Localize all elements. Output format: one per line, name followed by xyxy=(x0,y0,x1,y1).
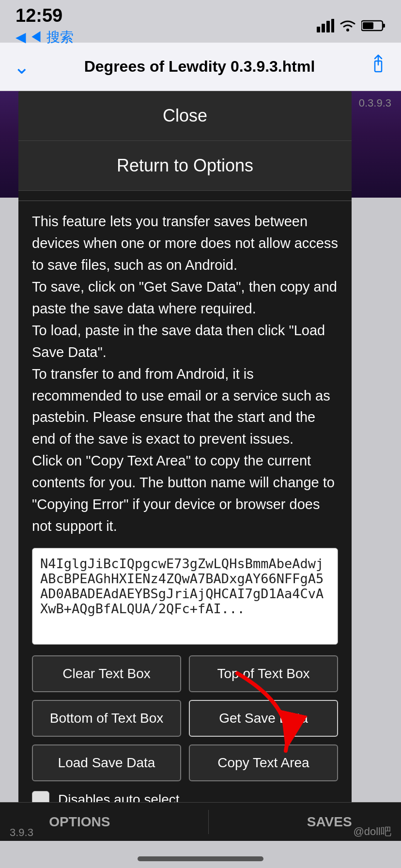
top-of-text-box-button[interactable]: Top of Text Box xyxy=(189,655,338,692)
save-data-textarea[interactable]: N4IglgJiBcIQpgcwE73gZwLQHsBmmAbeAdwjABcB… xyxy=(32,548,338,645)
svg-rect-3 xyxy=(331,19,334,32)
return-to-options-button[interactable]: Return to Options xyxy=(18,141,352,191)
svg-rect-1 xyxy=(322,24,325,32)
site-watermark: @doll吧 xyxy=(353,824,391,839)
svg-rect-6 xyxy=(383,24,385,28)
signal-icon xyxy=(317,19,334,32)
svg-rect-7 xyxy=(363,22,373,29)
svg-rect-0 xyxy=(317,27,320,32)
load-save-data-button[interactable]: Load Save Data xyxy=(32,744,181,781)
status-bar: 12:59 ◀ ◀ 搜索 xyxy=(0,0,401,43)
browser-back-button[interactable]: ⌄ xyxy=(14,56,30,78)
battery-icon xyxy=(361,19,386,32)
modal-divider xyxy=(18,201,352,201)
share-button[interactable] xyxy=(369,54,387,79)
bottom-of-text-box-button[interactable]: Bottom of Text Box xyxy=(32,700,181,737)
tab-options[interactable]: OPTIONS xyxy=(49,814,110,830)
wifi-icon xyxy=(339,19,356,32)
svg-rect-2 xyxy=(326,21,330,32)
modal-dialog: Close Return to Options This feature let… xyxy=(18,91,352,823)
version-watermark: 3.9.3 xyxy=(10,826,33,839)
share-icon xyxy=(369,54,387,75)
clear-text-box-button[interactable]: Clear Text Box xyxy=(32,655,181,692)
tab-divider xyxy=(208,810,209,834)
chevron-down-icon: ⌄ xyxy=(14,56,30,78)
browser-title: Degrees of Lewdity 0.3.9.3.html xyxy=(84,58,315,76)
close-button[interactable]: Close xyxy=(18,91,352,141)
svg-point-4 xyxy=(346,29,349,31)
status-icons xyxy=(317,19,386,32)
get-save-data-button[interactable]: Get Save Data xyxy=(189,700,338,737)
tab-saves[interactable]: SAVES xyxy=(307,814,352,830)
copy-text-area-button[interactable]: Copy Text Area xyxy=(189,744,338,781)
button-grid: Clear Text Box Top of Text Box Bottom of… xyxy=(18,647,352,781)
browser-bar: ⌄ Degrees of Lewdity 0.3.9.3.html xyxy=(0,43,401,91)
status-time: 12:59 xyxy=(15,5,74,26)
home-indicator xyxy=(138,856,263,861)
chevron-left-icon: ◀ xyxy=(15,29,26,45)
game-version: 0.3.9.3 xyxy=(359,97,391,109)
bottom-tab-bar: OPTIONS SAVES xyxy=(0,802,401,841)
back-search[interactable]: ◀ ◀ 搜索 xyxy=(15,28,74,46)
modal-description: This feature lets you transfer saves bet… xyxy=(18,211,352,537)
